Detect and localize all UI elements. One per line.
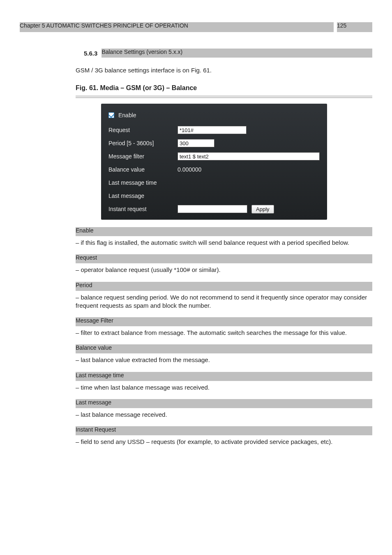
- para-text: – time when last balance message was rec…: [76, 383, 372, 392]
- para-head: Message Filter: [76, 317, 372, 326]
- para-text: – operator balance request (usually *100…: [76, 266, 372, 274]
- para-head: Instant Request: [76, 426, 372, 435]
- para-text: – if this flag is installed, the automat…: [76, 239, 372, 247]
- hr-top: [76, 96, 372, 96]
- period-input[interactable]: [178, 139, 214, 147]
- top-highlight-left: Chapter 5 AUTOMATIC SWITCHES PRINCIPLE O…: [20, 22, 334, 32]
- para-head: Enable: [76, 227, 372, 236]
- balance-panel: Enable Request Period [5 - 3600s] Messag…: [101, 104, 327, 220]
- section-number: 5.6.3: [84, 50, 97, 57]
- paragraph-list: Enable – if this flag is installed, the …: [20, 227, 372, 446]
- period-label: Period [5 - 3600s]: [108, 140, 178, 146]
- apply-button[interactable]: Apply: [251, 205, 274, 214]
- figure-caption: Fig. 61. Media – GSM (or 3G) – Balance: [76, 84, 372, 92]
- para-head: Balance value: [76, 344, 372, 353]
- para-head: Request: [76, 254, 372, 263]
- para-head: Period: [76, 282, 372, 291]
- instant-request-label: Instant request: [108, 206, 178, 212]
- chapter-top-bars: Chapter 5 AUTOMATIC SWITCHES PRINCIPLE O…: [20, 22, 372, 32]
- para-head: Last message: [76, 399, 372, 408]
- message-filter-input[interactable]: [178, 152, 320, 160]
- balance-value-label: Balance value: [108, 166, 178, 173]
- para-text: – last balance value extracted from the …: [76, 356, 372, 364]
- intro-text: GSM / 3G balance settings interface is o…: [76, 67, 372, 74]
- para-text: – field to send any USSD – requests (for…: [76, 438, 372, 446]
- hr-bottom: [76, 98, 372, 98]
- last-message-time-label: Last message time: [108, 179, 178, 186]
- request-label: Request: [108, 127, 178, 133]
- para-text: – last balance message received.: [76, 411, 372, 419]
- message-filter-label: Message filter: [108, 153, 178, 160]
- para-head: Last message time: [76, 372, 372, 381]
- instant-request-input[interactable]: [178, 205, 247, 213]
- section-heading: 5.6.3 Balance Settings (version 5.x.x): [84, 49, 372, 58]
- top-highlight-right: 125: [337, 22, 372, 32]
- section-title-highlight: Balance Settings (version 5.x.x): [101, 49, 372, 58]
- balance-value: 0.000000: [178, 166, 201, 173]
- request-input[interactable]: [178, 126, 247, 134]
- para-text: – balance request sending period. We do …: [76, 293, 372, 310]
- enable-label: Enable: [118, 112, 136, 118]
- enable-checkbox[interactable]: [108, 112, 114, 118]
- last-message-label: Last message: [108, 193, 178, 199]
- para-text: – filter to extract balance from message…: [76, 329, 372, 337]
